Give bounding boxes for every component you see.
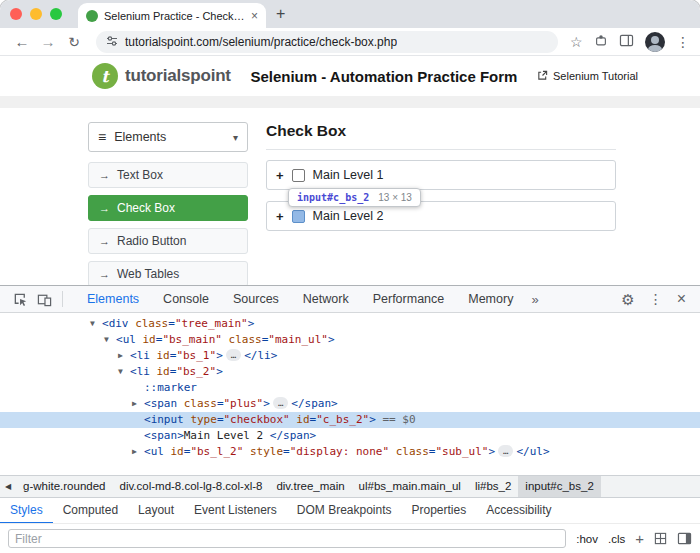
code-token: = xyxy=(283,445,290,458)
breadcrumb-item[interactable]: div.tree_main xyxy=(269,476,351,497)
code-token: "main_ul" xyxy=(268,333,328,346)
devtools-tab-performance[interactable]: Performance xyxy=(361,286,457,312)
devtools-tab-sources[interactable]: Sources xyxy=(221,286,291,312)
checkbox[interactable] xyxy=(292,210,305,223)
devtools-tab-console[interactable]: Console xyxy=(151,286,221,312)
breadcrumb-item[interactable]: input#c_bs_2 xyxy=(518,476,600,497)
breadcrumb-scroll-left-icon[interactable]: ◀ xyxy=(0,482,16,491)
url-text: tutorialspoint.com/selenium/practice/che… xyxy=(125,35,397,49)
checkbox[interactable] xyxy=(292,169,305,182)
address-bar[interactable]: tutorialspoint.com/selenium/practice/che… xyxy=(96,31,558,53)
close-window-button[interactable] xyxy=(10,8,22,20)
dom-tree-line[interactable]: ▶<ul id="bs_l_2" style="display: none" c… xyxy=(0,444,700,460)
dom-tree-line[interactable]: ▼<ul id="bs_main" class="main_ul"> xyxy=(0,332,700,348)
new-tab-button[interactable]: + xyxy=(276,6,285,22)
reload-icon[interactable]: ↻ xyxy=(62,35,86,49)
styles-tab-properties[interactable]: Properties xyxy=(402,498,477,524)
breadcrumb-item[interactable]: g-white.rounded xyxy=(16,476,112,497)
device-toolbar-icon[interactable] xyxy=(32,287,56,311)
elements-dropdown[interactable]: ≡ Elements ▾ xyxy=(88,122,248,152)
tutorialspoint-logo[interactable]: t tutorialspoint xyxy=(92,63,231,89)
browser-tab[interactable]: Selenium Practice - Check Box × xyxy=(78,3,266,28)
element-classes-button[interactable]: .cls xyxy=(608,533,625,545)
new-style-rule-button[interactable]: + xyxy=(635,531,644,546)
dom-tree-line[interactable]: ::marker xyxy=(0,380,700,396)
expand-ellipsis-button[interactable]: … xyxy=(273,397,288,409)
browser-window: Selenium Practice - Check Box × + ← → ↻ … xyxy=(0,0,700,553)
breadcrumb-item[interactable]: ul#bs_main.main_ul xyxy=(352,476,468,497)
minimize-window-button[interactable] xyxy=(30,8,42,20)
settings-gear-icon[interactable]: ⚙ xyxy=(621,292,634,307)
expand-ellipsis-button[interactable]: … xyxy=(226,349,241,361)
profile-avatar[interactable] xyxy=(645,32,665,52)
code-token: "bs_1" xyxy=(176,349,216,362)
styles-filter-input[interactable] xyxy=(8,529,566,548)
dom-tree-line[interactable]: ▼<div class="tree_main"> xyxy=(0,316,700,332)
breadcrumb-item[interactable]: li#bs_2 xyxy=(468,476,518,497)
collapse-arrow-icon[interactable]: ▼ xyxy=(90,316,102,332)
devtools-toolbar: ElementsConsoleSourcesNetworkPerformance… xyxy=(0,286,700,313)
bookmark-star-icon[interactable]: ☆ xyxy=(570,34,583,50)
toolbar-right: ⋮ xyxy=(594,32,690,52)
expand-arrow-icon[interactable]: ▶ xyxy=(132,444,144,460)
arrow-right-icon: → xyxy=(99,169,110,181)
toggle-element-state-button[interactable]: :hov xyxy=(576,533,598,545)
styles-tab-computed[interactable]: Computed xyxy=(53,498,128,524)
computed-sidebar-toggle-icon[interactable] xyxy=(677,532,692,545)
devtools-tab-memory[interactable]: Memory xyxy=(456,286,525,312)
sidebar-item-text-box[interactable]: →Text Box xyxy=(88,162,248,188)
forward-icon[interactable]: → xyxy=(36,34,60,49)
sidebar: ≡ Elements ▾ →Text Box→Check Box→Radio B… xyxy=(88,122,248,285)
styles-tab-accessibility[interactable]: Accessibility xyxy=(476,498,561,524)
code-token: = xyxy=(168,317,175,330)
devtools-menu-icon[interactable]: ⋮ xyxy=(649,292,663,306)
more-tabs-icon[interactable]: » xyxy=(525,292,544,307)
tutorialspoint-logo-icon: t xyxy=(92,63,118,89)
back-icon[interactable]: ← xyxy=(10,34,34,49)
styles-tab-styles[interactable]: Styles xyxy=(0,498,53,524)
code-token xyxy=(177,397,184,410)
tab-close-icon[interactable]: × xyxy=(251,10,258,22)
code-token: li xyxy=(257,349,270,362)
styles-tab-dom-breakpoints[interactable]: DOM Breakpoints xyxy=(287,498,402,524)
browser-toolbar: ← → ↻ tutorialspoint.com/selenium/practi… xyxy=(0,28,700,56)
zoom-window-button[interactable] xyxy=(50,8,62,20)
dom-tree-line[interactable]: ▶<li id="bs_1">…</li> xyxy=(0,348,700,364)
devtools-tab-network[interactable]: Network xyxy=(291,286,361,312)
side-panel-icon[interactable] xyxy=(619,33,634,51)
inspect-element-icon[interactable] xyxy=(8,287,32,311)
arrow-right-icon: → xyxy=(99,202,110,214)
dom-tree-line[interactable]: <input type="checkbox" id="c_bs_2"> == $… xyxy=(0,412,700,428)
toolbar-separator xyxy=(62,291,63,307)
devtools-tab-elements[interactable]: Elements xyxy=(75,286,151,312)
devtools-toolbar-right: ⚙ ⋮ × xyxy=(621,291,692,307)
grid-icon[interactable] xyxy=(654,532,667,545)
sidebar-item-web-tables[interactable]: →Web Tables xyxy=(88,261,248,285)
code-token: class xyxy=(184,397,217,410)
browser-menu-icon[interactable]: ⋮ xyxy=(676,34,690,50)
expand-plus-button[interactable]: + xyxy=(276,209,284,224)
collapse-arrow-icon[interactable]: ▼ xyxy=(118,364,130,380)
expand-ellipsis-button[interactable]: … xyxy=(498,445,513,457)
expand-arrow-icon[interactable]: ▶ xyxy=(118,348,130,364)
sidebar-item-check-box[interactable]: →Check Box xyxy=(88,195,248,221)
arrow-right-icon: → xyxy=(99,268,110,280)
site-settings-icon[interactable] xyxy=(106,33,118,51)
code-token: class xyxy=(229,333,262,346)
dom-tree-line[interactable]: ▼<li id="bs_2"> xyxy=(0,364,700,380)
extensions-icon[interactable] xyxy=(594,33,608,51)
code-token: == $0 xyxy=(382,413,415,426)
page-content: ≡ Elements ▾ →Text Box→Check Box→Radio B… xyxy=(0,108,700,285)
expand-plus-button[interactable]: + xyxy=(276,168,284,183)
code-token: = xyxy=(217,397,224,410)
expand-arrow-icon[interactable]: ▶ xyxy=(132,396,144,412)
styles-tab-layout[interactable]: Layout xyxy=(128,498,184,524)
styles-tab-event-listeners[interactable]: Event Listeners xyxy=(184,498,287,524)
sidebar-item-radio-button[interactable]: →Radio Button xyxy=(88,228,248,254)
dom-tree-line[interactable]: <span>Main Level 2 </span> xyxy=(0,428,700,444)
selenium-tutorial-link[interactable]: Selenium Tutorial xyxy=(537,70,638,83)
devtools-close-icon[interactable]: × xyxy=(677,291,686,307)
collapse-arrow-icon[interactable]: ▼ xyxy=(104,332,116,348)
dom-tree-line[interactable]: ▶<span class="plus">…</span> xyxy=(0,396,700,412)
breadcrumb-item[interactable]: div.col-md-8.col-lg-8.col-xl-8 xyxy=(112,476,269,497)
